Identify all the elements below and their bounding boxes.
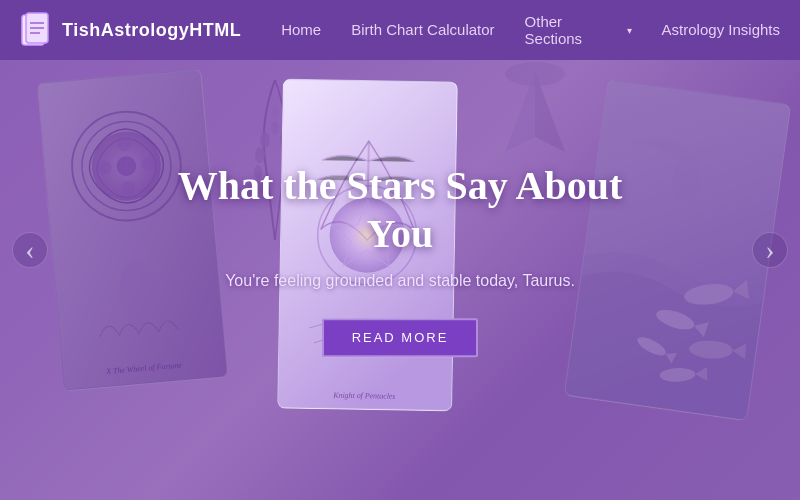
prev-slide-button[interactable]: ‹ [12,232,48,268]
other-sections-label: Other Sections [525,13,623,47]
next-slide-button[interactable]: › [752,232,788,268]
nav-link-birth-chart[interactable]: Birth Chart Calculator [351,21,494,38]
nav-item-birth-chart[interactable]: Birth Chart Calculator [351,21,494,39]
navbar: TishAstrologyHTML Home Birth Chart Calcu… [0,0,800,60]
hero-section: X The Wheel of Fortune [0,0,800,500]
brand-name: TishAstrologyHTML [62,20,241,41]
chevron-left-icon: ‹ [25,234,34,266]
read-more-button[interactable]: READ MORE [322,318,479,357]
nav-item-home[interactable]: Home [281,21,321,39]
nav-link-astrology-insights[interactable]: Astrology Insights [662,21,780,38]
nav-link-home[interactable]: Home [281,21,321,38]
hero-content: What the Stars Say About You You're feel… [150,162,650,357]
nav-links: Home Birth Chart Calculator Other Sectio… [281,13,780,47]
svg-text:Knight of Pentacles: Knight of Pentacles [332,391,395,401]
chevron-down-icon: ▾ [627,25,632,36]
hero-subtitle: You're feeling grounded and stable today… [150,272,650,290]
nav-item-other-sections[interactable]: Other Sections ▾ [525,13,632,47]
nav-item-astrology-insights[interactable]: Astrology Insights [662,21,780,39]
brand-logo-icon [20,11,52,49]
nav-dropdown-other-sections[interactable]: Other Sections ▾ [525,13,632,47]
hero-title: What the Stars Say About You [150,162,650,258]
chevron-right-icon: › [765,234,774,266]
